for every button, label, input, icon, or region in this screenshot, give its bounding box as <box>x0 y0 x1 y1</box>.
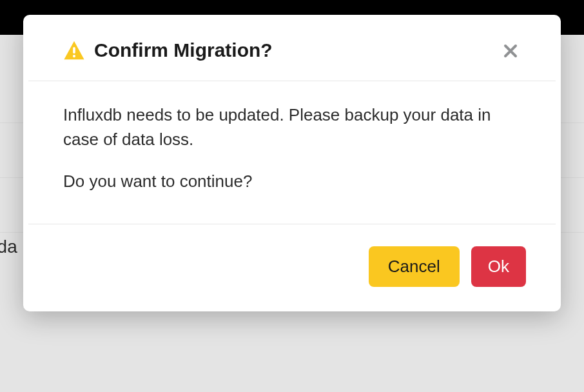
svg-point-1 <box>73 55 75 57</box>
modal-title: Confirm Migration? <box>94 39 273 61</box>
svg-rect-0 <box>73 47 75 54</box>
modal-footer: Cancel Ok <box>23 224 561 311</box>
modal-body: Influxdb needs to be updated. Please bac… <box>28 81 556 224</box>
cancel-button[interactable]: Cancel <box>369 246 460 287</box>
modal-body-text-2: Do you want to continue? <box>63 170 521 194</box>
close-icon <box>503 43 518 59</box>
bg-partial-text: oda <box>0 237 17 257</box>
confirm-migration-modal: Confirm Migration? Influxdb needs to be … <box>23 15 561 311</box>
modal-header: Confirm Migration? <box>28 15 556 81</box>
close-button[interactable] <box>500 41 521 61</box>
modal-title-row: Confirm Migration? <box>63 39 273 61</box>
warning-icon <box>63 40 85 61</box>
modal-body-text-1: Influxdb needs to be updated. Please bac… <box>63 103 521 152</box>
ok-button[interactable]: Ok <box>471 246 526 287</box>
